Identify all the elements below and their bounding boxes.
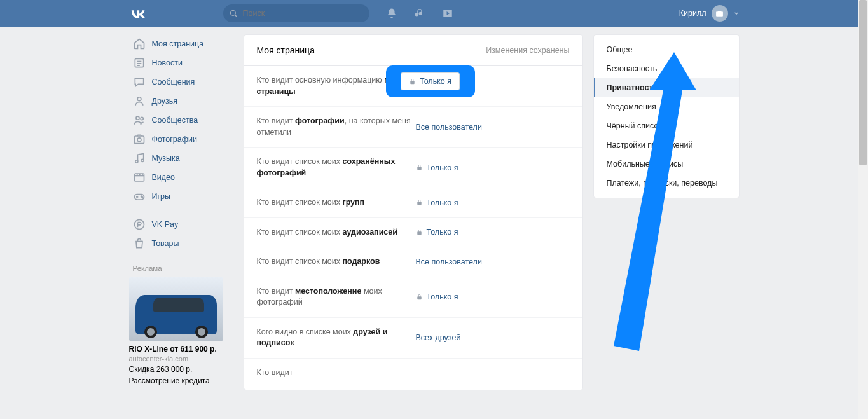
- privacy-row: Кто видит список моих подарковВсе пользо…: [244, 247, 582, 277]
- svg-point-12: [135, 160, 137, 163]
- privacy-row-label: Кого видно в списке моих друзей и подпис…: [257, 327, 416, 349]
- highlight-value: Только я: [420, 77, 451, 86]
- leftnav-item-video[interactable]: Видео: [129, 168, 233, 187]
- svg-line-1: [235, 15, 237, 17]
- privacy-row-value[interactable]: Все пользователи: [416, 123, 482, 132]
- leftnav-label: Товары: [152, 239, 179, 248]
- leftnav-label: Моя страница: [152, 39, 204, 48]
- search-box[interactable]: [223, 4, 369, 22]
- privacy-row-value[interactable]: Всех друзей: [416, 333, 461, 342]
- svg-point-7: [137, 97, 141, 101]
- lock-icon: [409, 78, 416, 85]
- games-icon: [133, 190, 146, 203]
- lock-icon: [416, 164, 423, 171]
- user-menu[interactable]: Кирилл: [679, 5, 740, 22]
- highlight-pill[interactable]: Только я: [401, 72, 460, 90]
- camera-icon: [715, 10, 724, 18]
- privacy-row: Кто видит местоположение моих фотографий…: [244, 277, 582, 318]
- main-panel: Моя страница Изменения сохранены Кто вид…: [244, 34, 583, 390]
- ad-domain: autocenter-kia.com: [129, 355, 223, 362]
- privacy-row: Кто видит: [244, 359, 582, 388]
- ad-line2: Рассмотрение кредита: [129, 374, 223, 385]
- goods-icon: [133, 237, 146, 250]
- privacy-row-value[interactable]: Только я: [416, 228, 458, 237]
- scrollbar[interactable]: [858, 0, 868, 390]
- privacy-row: Кто видит фотографии, на которых меня от…: [244, 107, 582, 148]
- privacy-row-label: Кто видит фотографии, на которых меня от…: [257, 116, 416, 138]
- leftnav-item-messages[interactable]: Сообщения: [129, 72, 233, 92]
- page-title: Моя страница: [257, 45, 315, 55]
- saved-message: Изменения сохранены: [486, 46, 569, 55]
- ad-image: [129, 277, 223, 341]
- leftnav: Моя страницаНовостиСообщенияДрузьяСообще…: [129, 34, 233, 390]
- leftnav-label: Видео: [152, 173, 176, 182]
- svg-point-23: [142, 197, 143, 198]
- rightnav-item-mobile[interactable]: Мобильные сервисы: [594, 155, 739, 174]
- privacy-row-value[interactable]: Только я: [416, 163, 458, 172]
- video-play-icon[interactable]: [442, 8, 453, 19]
- privacy-row-label: Кто видит список моих групп: [257, 197, 416, 209]
- rightnav-item-blacklist[interactable]: Чёрный список: [594, 116, 739, 135]
- ad-title: RIO X-Line от 611 900 р.: [129, 341, 223, 355]
- leftnav-item-goods[interactable]: Товары: [129, 234, 233, 253]
- leftnav-item-friends[interactable]: Друзья: [129, 92, 233, 111]
- privacy-row: Кто видит список моих сохранённых фотогр…: [244, 148, 582, 188]
- privacy-row-label: Кто видит: [257, 367, 416, 379]
- communities-icon: [133, 114, 146, 127]
- search-input[interactable]: [238, 9, 363, 18]
- privacy-row: Кого видно в списке моих друзей и подпис…: [244, 318, 582, 359]
- svg-point-9: [141, 117, 143, 120]
- my-page-icon: [133, 38, 146, 50]
- leftnav-item-my-page[interactable]: Моя страница: [129, 34, 233, 53]
- svg-point-8: [136, 116, 139, 120]
- video-icon: [133, 171, 146, 184]
- leftnav-label: Игры: [152, 192, 170, 201]
- leftnav-label: VK Pay: [152, 220, 179, 229]
- rightnav: ОбщееБезопасностьПриватностьУведомленияЧ…: [593, 34, 740, 198]
- svg-point-11: [137, 138, 141, 142]
- leftnav-label: Новости: [152, 58, 183, 67]
- topbar: Кирилл: [0, 0, 868, 27]
- lock-icon: [416, 229, 423, 236]
- search-icon: [230, 10, 238, 18]
- vk-logo[interactable]: [129, 8, 147, 18]
- rightnav-item-security[interactable]: Безопасность: [594, 59, 739, 78]
- chevron-down-icon: [733, 10, 740, 17]
- messages-icon: [133, 76, 146, 88]
- leftnav-label: Друзья: [152, 97, 178, 106]
- leftnav-label: Музыка: [152, 154, 180, 163]
- leftnav-item-communities[interactable]: Сообщества: [129, 111, 233, 130]
- music-icon[interactable]: [414, 8, 425, 19]
- rightnav-item-general[interactable]: Общее: [594, 40, 739, 59]
- ad-line1: Скидка 263 000 р.: [129, 362, 223, 374]
- leftnav-item-music[interactable]: Музыка: [129, 149, 233, 168]
- music-icon: [133, 152, 146, 165]
- notifications-icon[interactable]: [386, 8, 397, 19]
- svg-point-13: [141, 159, 143, 161]
- rightnav-item-notifications[interactable]: Уведомления: [594, 97, 739, 116]
- avatar: [712, 5, 728, 22]
- privacy-row-value[interactable]: Только я: [416, 292, 458, 301]
- leftnav-item-photos[interactable]: Фотографии: [129, 130, 233, 149]
- leftnav-item-vkpay[interactable]: VK Pay: [129, 215, 233, 234]
- ad-card[interactable]: RIO X-Line от 611 900 р. autocenter-kia.…: [129, 277, 223, 385]
- lock-icon: [416, 199, 423, 206]
- leftnav-item-games[interactable]: Игры: [129, 187, 233, 206]
- username: Кирилл: [679, 9, 706, 18]
- privacy-row-label: Кто видит список моих сохранённых фотогр…: [257, 156, 416, 179]
- rightnav-item-payments[interactable]: Платежи, подписки, переводы: [594, 174, 739, 193]
- ad-label: Реклама: [129, 262, 233, 277]
- privacy-row: Кто видит список моих группТолько я: [244, 188, 582, 218]
- rightnav-item-privacy[interactable]: Приватность: [594, 78, 739, 97]
- leftnav-label: Сообщества: [152, 116, 198, 125]
- lock-icon: [416, 294, 423, 301]
- privacy-row-value[interactable]: Только я: [416, 198, 458, 207]
- privacy-row: Кто видит список моих аудиозаписейТолько…: [244, 218, 582, 248]
- news-icon: [133, 57, 146, 69]
- photos-icon: [133, 133, 146, 146]
- leftnav-label: Фотографии: [152, 135, 197, 144]
- rightnav-item-app-settings[interactable]: Настройки приложений: [594, 135, 739, 155]
- leftnav-label: Сообщения: [152, 78, 195, 86]
- privacy-row-value[interactable]: Все пользователи: [416, 258, 482, 266]
- leftnav-item-news[interactable]: Новости: [129, 53, 233, 72]
